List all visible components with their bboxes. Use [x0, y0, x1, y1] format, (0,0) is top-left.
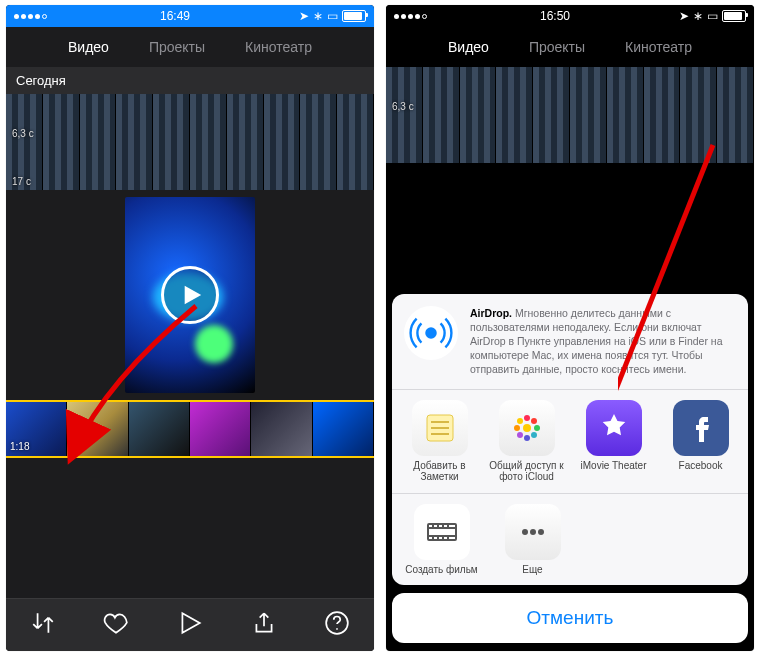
top-tabs: Видео Проекты Кинотеатр — [386, 27, 754, 67]
svg-point-8 — [524, 415, 530, 421]
notes-icon — [412, 400, 468, 456]
favorite-icon[interactable] — [103, 610, 129, 640]
background-clips: 6,3 с — [386, 67, 754, 237]
svg-point-12 — [531, 418, 537, 424]
status-time: 16:49 — [51, 9, 299, 23]
clip-duration: 6,3 с — [12, 128, 34, 139]
svg-point-10 — [524, 435, 530, 441]
airplay-icon: ▭ — [327, 9, 338, 23]
share-app-imovie-theater[interactable]: iMovie Theater — [570, 400, 657, 483]
share-app-notes[interactable]: Добавить в Заметки — [396, 400, 483, 483]
svg-point-7 — [523, 424, 531, 432]
svg-point-11 — [514, 425, 520, 431]
icloud-photo-icon — [499, 400, 555, 456]
tab-video[interactable]: Видео — [68, 39, 109, 55]
video-preview — [6, 190, 374, 400]
section-header: Сегодня — [6, 67, 374, 94]
share-sheet-panel: AirDrop. Мгновенно делитесь данными с по… — [392, 294, 748, 585]
tab-projects[interactable]: Проекты — [529, 39, 585, 55]
sort-icon[interactable] — [30, 610, 56, 640]
clip-row-1[interactable]: 6,3 с — [6, 94, 374, 142]
app-label: Facebook — [679, 460, 723, 472]
imovie-icon — [586, 400, 642, 456]
svg-point-29 — [538, 529, 544, 535]
airdrop-section[interactable]: AirDrop. Мгновенно делитесь данными с по… — [392, 294, 748, 390]
clip-duration: 17 с — [12, 176, 31, 187]
top-tabs: Видео Проекты Кинотеатр — [6, 27, 374, 67]
share-icon[interactable] — [251, 610, 277, 640]
timeline-strip[interactable]: 1:18 — [6, 400, 374, 458]
location-icon: ➤ — [299, 9, 309, 23]
app-label: iMovie Theater — [581, 460, 647, 472]
bluetooth-icon: ∗ — [313, 9, 323, 23]
film-icon — [414, 504, 470, 560]
airdrop-description: AirDrop. Мгновенно делитесь данными с по… — [470, 306, 736, 377]
battery-icon — [722, 10, 746, 22]
more-icon — [505, 504, 561, 560]
app-label: Общий доступ к фото iCloud — [485, 460, 568, 483]
action-label: Создать фильм — [405, 564, 478, 576]
app-label: Добавить в Заметки — [398, 460, 481, 483]
share-sheet: AirDrop. Мгновенно делитесь данными с по… — [392, 294, 748, 643]
svg-point-15 — [517, 418, 523, 424]
svg-point-14 — [517, 432, 523, 438]
battery-icon — [342, 10, 366, 22]
play-icon[interactable] — [161, 266, 219, 324]
svg-point-27 — [522, 529, 528, 535]
timeline-duration: 1:18 — [10, 441, 29, 452]
share-apps-row-1: Добавить в Заметки — [392, 390, 748, 494]
screenshot-right: 16:50 ➤ ∗ ▭ Видео Проекты Кинотеатр 6,3 … — [386, 5, 754, 651]
bluetooth-icon: ∗ — [693, 9, 703, 23]
tab-video[interactable]: Видео — [448, 39, 489, 55]
tab-theater[interactable]: Кинотеатр — [625, 39, 692, 55]
empty-space — [6, 458, 374, 598]
airdrop-icon — [404, 306, 458, 360]
cancel-button[interactable]: Отменить — [392, 593, 748, 643]
share-app-facebook[interactable]: Facebook — [657, 400, 744, 483]
bottom-toolbar — [6, 598, 374, 651]
play-toolbar-icon[interactable] — [177, 610, 203, 640]
status-time: 16:50 — [431, 9, 679, 23]
facebook-icon — [673, 400, 729, 456]
clip-row-2[interactable]: 17 с — [6, 142, 374, 190]
signal-dots — [394, 14, 427, 19]
action-more[interactable]: Еще — [487, 504, 578, 576]
airplay-icon: ▭ — [707, 9, 718, 23]
svg-point-13 — [531, 432, 537, 438]
tab-theater[interactable]: Кинотеатр — [245, 39, 312, 55]
action-create-movie[interactable]: Создать фильм — [396, 504, 487, 576]
svg-point-9 — [534, 425, 540, 431]
status-bar: 16:49 ➤ ∗ ▭ — [6, 5, 374, 27]
tab-projects[interactable]: Проекты — [149, 39, 205, 55]
svg-point-1 — [336, 628, 338, 630]
location-icon: ➤ — [679, 9, 689, 23]
signal-dots — [14, 14, 47, 19]
svg-point-2 — [425, 327, 437, 339]
share-app-icloud-photo[interactable]: Общий доступ к фото iCloud — [483, 400, 570, 483]
share-actions-row: Создать фильм Еще — [392, 494, 748, 586]
svg-point-28 — [530, 529, 536, 535]
screenshot-left: 16:49 ➤ ∗ ▭ Видео Проекты Кинотеатр Сего… — [6, 5, 374, 651]
help-icon[interactable] — [324, 610, 350, 640]
status-bar: 16:50 ➤ ∗ ▭ — [386, 5, 754, 27]
action-label: Еще — [522, 564, 542, 576]
